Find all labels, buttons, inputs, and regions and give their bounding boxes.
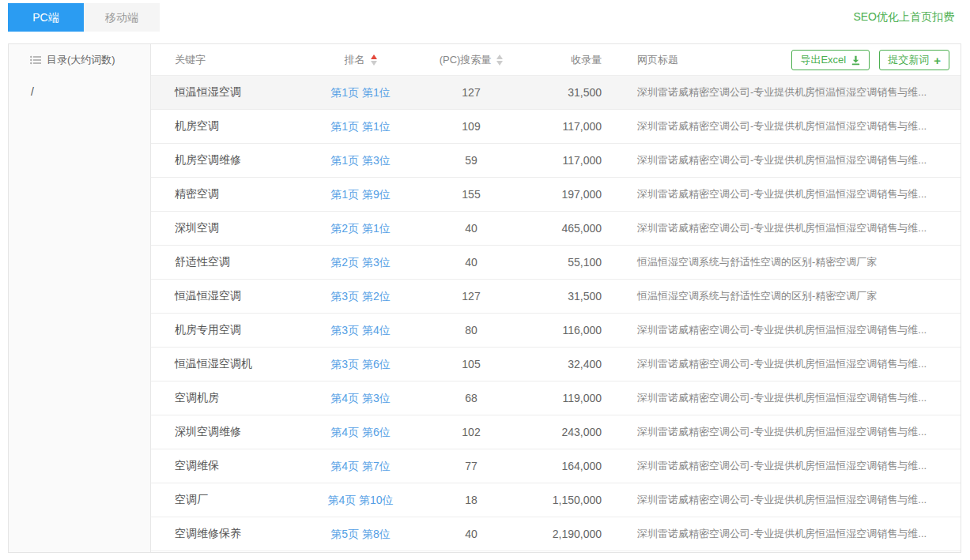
- search-sort-icon[interactable]: [496, 54, 503, 66]
- rank-sort-icon[interactable]: [371, 54, 377, 66]
- rank-link[interactable]: 第2页 第1位: [330, 222, 390, 235]
- download-icon: [851, 55, 861, 66]
- rank-link[interactable]: 第4页 第7位: [330, 460, 390, 472]
- topbar: PC端 移动端 SEO优化上首页扣费: [0, 0, 970, 35]
- rank-link[interactable]: 第3页 第6位: [330, 358, 390, 370]
- page-title-cell: 深圳雷诺威精密空调公司-专业提供机房恒温恒湿空调销售与维...: [602, 323, 961, 337]
- table-row: 空调维保 第4页 第7位 77 164,000 深圳雷诺威精密空调公司-专业提供…: [151, 449, 961, 483]
- keyword-cell: 机房空调维修: [151, 153, 309, 167]
- rank-link[interactable]: 第4页 第6位: [330, 426, 390, 438]
- sidebar-title: 目录(大约词数): [47, 53, 115, 67]
- table-row: 空调机房 第4页 第3位 68 119,000 深圳雷诺威精密空调公司-专业提供…: [151, 381, 961, 415]
- rank-link[interactable]: 第4页 第3位: [330, 392, 390, 404]
- column-header-index-count: 收录量: [530, 53, 602, 67]
- page-title-cell: 深圳雷诺威精密空调公司-专业提供机房恒温恒湿空调销售与维...: [602, 493, 961, 507]
- search-volume-cell: 18: [412, 494, 530, 506]
- sidebar-header: 目录(大约词数): [9, 44, 150, 76]
- table-row: 空调维修保养 第5页 第8位 40 2,190,000 深圳雷诺威精密空调公司-…: [151, 517, 961, 551]
- sidebar-item-root[interactable]: /: [9, 76, 150, 101]
- index-count-cell: 119,000: [530, 392, 602, 404]
- rank-link[interactable]: 第1页 第1位: [330, 86, 390, 99]
- keyword-table: 关键字 排名 (PC)搜索量 收录量 网页标题 导出Excel: [151, 44, 961, 552]
- rank-cell: 第1页 第9位: [309, 187, 412, 202]
- page-title-cell: 深圳雷诺威精密空调公司-专业提供机房恒温恒湿空调销售与维...: [602, 153, 961, 167]
- search-volume-cell: 105: [412, 358, 530, 370]
- rank-cell: 第2页 第3位: [309, 255, 412, 270]
- seo-fee-link[interactable]: SEO优化上首页扣费: [853, 10, 954, 24]
- page-title-cell: 深圳雷诺威精密空调公司-专业提供机房恒温恒湿空调销售与维...: [602, 425, 961, 439]
- sidebar: 目录(大约词数) /: [9, 44, 151, 552]
- index-count-cell: 55,100: [530, 256, 602, 269]
- index-count-cell: 2,190,000: [530, 528, 602, 540]
- index-count-cell: 243,000: [530, 426, 602, 438]
- page-title-cell: 深圳雷诺威精密空调公司-专业提供机房恒温恒湿空调销售与维...: [602, 85, 961, 100]
- rank-link[interactable]: 第5页 第8位: [330, 528, 390, 540]
- keyword-cell: 恒温恒湿空调机: [151, 357, 309, 371]
- table-row: 深圳空调 第2页 第1位 40 465,000 深圳雷诺威精密空调公司-专业提供…: [151, 212, 961, 246]
- index-count-cell: 116,000: [530, 324, 602, 336]
- rank-cell: 第4页 第10位: [309, 493, 412, 508]
- export-excel-label: 导出Excel: [800, 53, 846, 67]
- page-title-cell: 深圳雷诺威精密空调公司-专业提供机房恒温恒湿空调销售与维...: [602, 119, 961, 133]
- rank-cell: 第3页 第2位: [309, 289, 412, 304]
- rank-cell: 第2页 第1位: [309, 221, 412, 236]
- rank-link[interactable]: 第1页 第1位: [330, 120, 390, 133]
- rank-cell: 第1页 第3位: [309, 153, 412, 168]
- search-volume-cell: 109: [412, 120, 530, 133]
- index-count-cell: 164,000: [530, 460, 602, 472]
- keyword-cell: 机房空调: [151, 119, 309, 133]
- index-count-cell: 465,000: [530, 222, 602, 235]
- submit-keyword-button[interactable]: 提交新词 +: [879, 50, 949, 70]
- table-body: 恒温恒湿空调 第1页 第1位 127 31,500 深圳雷诺威精密空调公司-专业…: [151, 76, 961, 552]
- table-header: 关键字 排名 (PC)搜索量 收录量 网页标题 导出Excel: [151, 44, 961, 76]
- plus-icon: +: [934, 54, 941, 66]
- table-row: 精密空调 第1页 第9位 155 197,000 深圳雷诺威精密空调公司-专业提…: [151, 178, 961, 212]
- keyword-cell: 空调机房: [151, 391, 309, 405]
- rank-link[interactable]: 第1页 第9位: [330, 188, 390, 201]
- rank-link[interactable]: 第1页 第3位: [330, 154, 390, 167]
- keyword-cell: 机房专用空调: [151, 323, 309, 337]
- rank-link[interactable]: 第3页 第4位: [330, 324, 390, 336]
- search-volume-cell: 127: [412, 290, 530, 303]
- keyword-cell: 舒适性空调: [151, 255, 309, 269]
- search-volume-cell: 40: [412, 256, 530, 269]
- table-row: 空调厂 第4页 第10位 18 1,150,000 深圳雷诺威精密空调公司-专业…: [151, 483, 961, 517]
- keyword-cell: 恒温恒湿空调: [151, 85, 309, 100]
- search-volume-cell: 80: [412, 324, 530, 336]
- keyword-cell: 深圳空调: [151, 221, 309, 235]
- rank-link[interactable]: 第3页 第2位: [330, 290, 390, 303]
- index-count-cell: 117,000: [530, 120, 602, 133]
- page-title-cell: 深圳雷诺威精密空调公司-专业提供机房恒温恒湿空调销售与维...: [602, 221, 961, 235]
- search-volume-cell: 59: [412, 154, 530, 167]
- rank-header-label: 排名: [345, 53, 365, 67]
- table-row: 舒适性空调 第2页 第3位 40 55,100 恒温恒湿空调系统与舒适性空调的区…: [151, 246, 961, 280]
- column-header-search-volume: (PC)搜索量: [412, 53, 530, 67]
- page-title-cell: 恒温恒湿空调系统与舒适性空调的区别-精密空调厂家: [602, 289, 961, 303]
- keyword-cell: 恒温恒湿空调: [151, 289, 309, 303]
- table-row: 深圳空调维修 第4页 第6位 102 243,000 深圳雷诺威精密空调公司-专…: [151, 415, 961, 449]
- keyword-cell: 精密空调: [151, 187, 309, 201]
- rank-link[interactable]: 第4页 第10位: [327, 494, 393, 506]
- tab-pc[interactable]: PC端: [8, 3, 84, 32]
- submit-keyword-label: 提交新词: [888, 53, 929, 67]
- rank-cell: 第5页 第8位: [309, 527, 412, 542]
- main-panel: 目录(大约词数) / 关键字 排名 (PC)搜索量 收录量 网页标题: [8, 43, 961, 553]
- column-header-keyword: 关键字: [151, 53, 309, 67]
- page-title-cell: 深圳雷诺威精密空调公司-专业提供机房恒温恒湿空调销售与维...: [602, 527, 961, 541]
- rank-link[interactable]: 第2页 第3位: [330, 256, 390, 269]
- rank-cell: 第1页 第1位: [309, 119, 412, 134]
- rank-cell: 第4页 第3位: [309, 391, 412, 406]
- rank-cell: 第4页 第7位: [309, 459, 412, 474]
- page-title-cell: 深圳雷诺威精密空调公司-专业提供机房恒温恒湿空调销售与维...: [602, 357, 961, 371]
- index-count-cell: 31,500: [530, 290, 602, 303]
- search-volume-cell: 68: [412, 392, 530, 404]
- list-icon: [30, 55, 41, 65]
- index-count-cell: 197,000: [530, 188, 602, 201]
- rank-cell: 第3页 第4位: [309, 323, 412, 338]
- device-tabs: PC端 移动端: [8, 3, 160, 32]
- keyword-cell: 深圳空调维修: [151, 425, 309, 439]
- tab-mobile[interactable]: 移动端: [84, 3, 160, 32]
- export-excel-button[interactable]: 导出Excel: [791, 50, 870, 70]
- index-count-cell: 31,500: [530, 86, 602, 99]
- search-volume-cell: 40: [412, 528, 530, 540]
